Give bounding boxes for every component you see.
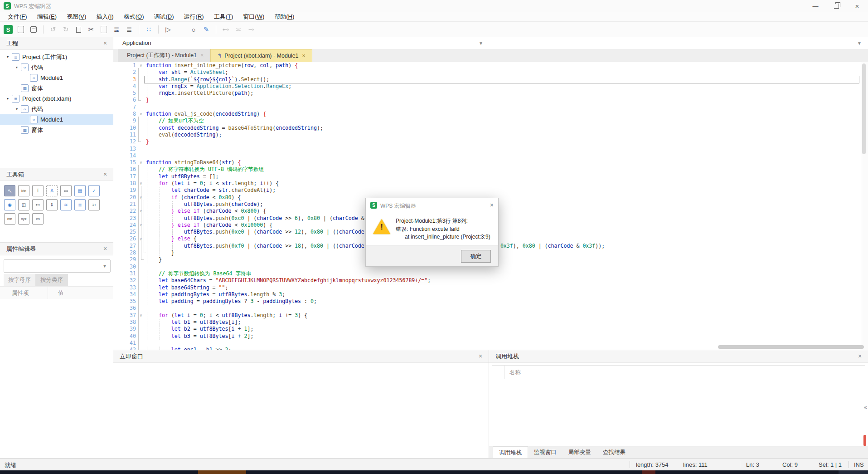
toolbar-separator bbox=[158, 25, 159, 34]
line-number: 34 bbox=[113, 291, 136, 298]
togglebutton-tool[interactable]: ◫ bbox=[18, 199, 29, 210]
tab-categorized[interactable]: 按分类序 bbox=[35, 274, 68, 286]
callstack-tab-0[interactable]: 调用堆栈 bbox=[493, 446, 528, 459]
tree-item-project-1-[interactable]: ▾≣Project (工作簿1) bbox=[0, 52, 113, 62]
collapse-panel-handle[interactable]: « bbox=[864, 404, 867, 410]
step-into-icon: ⊷ bbox=[220, 24, 232, 35]
label-tool[interactable]: A bbox=[46, 185, 58, 196]
line-number: 17 bbox=[113, 173, 136, 180]
button-tool[interactable]: btn bbox=[18, 185, 29, 196]
menu-item-d[interactable]: 调试(D) bbox=[149, 12, 179, 22]
close-icon[interactable]: × bbox=[477, 352, 484, 360]
reset-icon[interactable]: ○ bbox=[188, 24, 199, 35]
callstack-tab-1[interactable]: 监视窗口 bbox=[528, 446, 563, 459]
new-file-icon[interactable] bbox=[15, 24, 27, 35]
code-line: 13 bbox=[113, 146, 868, 152]
copy-icon[interactable] bbox=[73, 24, 84, 35]
select-pointer-tool[interactable]: ↖ bbox=[4, 185, 15, 196]
line-number: 36 bbox=[113, 305, 136, 312]
procedure-dropdown[interactable]: ▼ bbox=[490, 37, 868, 49]
close-icon[interactable]: × bbox=[856, 352, 863, 360]
edit-tool[interactable]: xyz bbox=[18, 213, 29, 225]
close-icon[interactable]: × bbox=[102, 39, 109, 47]
restore-button[interactable] bbox=[826, 0, 846, 12]
uncomment-icon[interactable]: ≣ bbox=[123, 24, 135, 35]
commandgroup-tool[interactable]: btn bbox=[4, 213, 15, 225]
tree-item-project-xbot-xlam-[interactable]: ▾≣Project (xbot.xlam) bbox=[0, 93, 113, 104]
collection-tool[interactable]: ▭ bbox=[32, 213, 44, 225]
frame-tool[interactable]: ▭ bbox=[60, 185, 72, 196]
immediate-window-body[interactable] bbox=[113, 363, 489, 459]
tree-item--[interactable]: ▾‹›代码 bbox=[0, 104, 113, 114]
tree-item--[interactable]: ▦窗体 bbox=[0, 83, 113, 93]
editor-tab-bar: Project (工作簿1) - Module1×↰Project (xbot.… bbox=[113, 49, 868, 62]
menu-item-w[interactable]: 窗口(W) bbox=[238, 12, 269, 22]
textbox-tool[interactable]: T bbox=[32, 185, 44, 196]
close-button[interactable]: × bbox=[847, 0, 867, 12]
tree-item--[interactable]: ▾‹›代码 bbox=[0, 62, 113, 73]
tree-item--[interactable]: ▦窗体 bbox=[0, 125, 113, 135]
close-icon[interactable]: × bbox=[102, 245, 109, 252]
cut-icon[interactable]: ✂ bbox=[85, 24, 97, 35]
close-icon[interactable]: × bbox=[200, 52, 204, 59]
wps-macro-editor-window: S WPS 宏编辑器 — × 文件(F)编辑(E)视图(V)插入(I)格式(O)… bbox=[0, 0, 868, 474]
optiongroup-tool[interactable]: ⊷ bbox=[32, 199, 44, 210]
ok-button[interactable]: 确定 bbox=[461, 250, 491, 263]
menu-item-f[interactable]: 文件(F) bbox=[3, 12, 32, 22]
menu-item-v[interactable]: 视图(V) bbox=[62, 12, 91, 22]
fold-chevron-icon[interactable]: ∨ bbox=[136, 181, 146, 186]
dialog-title-bar: S WPS 宏编辑器 × bbox=[366, 198, 498, 212]
fold-chevron-icon[interactable]: ∨ bbox=[136, 313, 146, 318]
tab-alphabetic[interactable]: 按字母序 bbox=[4, 274, 35, 286]
editor-tab-1[interactable]: ↰Project (xbot.xlam) - Module1× bbox=[210, 49, 312, 62]
run-icon[interactable]: ▷ bbox=[162, 24, 174, 35]
combobox-tool[interactable]: ▤ bbox=[74, 185, 86, 196]
radiobutton-tool[interactable]: ◉ bbox=[4, 199, 15, 210]
menu-item-t[interactable]: 工具(T) bbox=[209, 12, 238, 22]
error-message-text: 错误: Function excute faild bbox=[396, 225, 460, 233]
line-number: 23 bbox=[113, 215, 136, 222]
hscrollbar-tool[interactable]: ≋ bbox=[60, 199, 72, 210]
fold-chevron-icon[interactable]: ∨ bbox=[136, 64, 146, 68]
line-number: 4 bbox=[113, 83, 136, 90]
save-icon[interactable] bbox=[28, 24, 39, 35]
vscrollbar-tool[interactable]: ≣ bbox=[74, 199, 86, 210]
tree-item-module1[interactable]: ‹›Module1 bbox=[0, 73, 113, 83]
property-object-dropdown[interactable]: ▼ bbox=[4, 259, 111, 273]
checkbox-tool[interactable]: ✓ bbox=[88, 185, 100, 196]
menu-item-r[interactable]: 运行(R) bbox=[179, 12, 209, 22]
editor-vscrollbar-thumb[interactable] bbox=[862, 64, 866, 154]
minimize-button[interactable]: — bbox=[805, 0, 825, 12]
expander-icon[interactable]: ▾ bbox=[5, 55, 11, 59]
tree-item-label: Project (xbot.xlam) bbox=[22, 95, 71, 102]
tree-item-module1[interactable]: ‹›Module1 bbox=[0, 114, 113, 125]
design-mode-icon[interactable]: ✎ bbox=[200, 24, 212, 35]
menu-item-e[interactable]: 编辑(E) bbox=[32, 12, 62, 22]
menu-item-o[interactable]: 格式(O) bbox=[119, 12, 149, 22]
menu-item-h[interactable]: 帮助(H) bbox=[269, 12, 299, 22]
close-icon[interactable]: × bbox=[490, 201, 494, 209]
editor-tab-0[interactable]: Project (工作簿1) - Module1× bbox=[118, 49, 210, 62]
spinner-tool[interactable]: 1↕ bbox=[88, 199, 100, 210]
restore-icon bbox=[834, 4, 839, 9]
callstack-tab-2[interactable]: 局部变量 bbox=[563, 446, 597, 459]
close-icon[interactable]: × bbox=[302, 53, 305, 59]
format-code-icon[interactable]: ∷ bbox=[143, 24, 155, 35]
editor-hscrollbar-thumb[interactable] bbox=[718, 345, 864, 349]
fold-chevron-icon[interactable]: ∨ bbox=[136, 112, 146, 116]
expander-icon[interactable]: ▾ bbox=[5, 97, 11, 101]
property-grid-body[interactable] bbox=[0, 299, 113, 474]
spinbutton-tool[interactable]: ⇕ bbox=[46, 199, 58, 210]
close-icon[interactable]: × bbox=[102, 171, 109, 178]
object-dropdown[interactable]: Application ▼ bbox=[113, 37, 490, 49]
expander-icon[interactable]: ▾ bbox=[14, 65, 20, 69]
expander-icon[interactable]: ▾ bbox=[14, 107, 20, 111]
comment-icon[interactable]: ≣ bbox=[111, 24, 122, 35]
fold-chevron-icon[interactable]: ∨ bbox=[136, 161, 146, 165]
pause-icon[interactable] bbox=[175, 24, 187, 35]
project-icon: ≣ bbox=[12, 95, 19, 103]
callstack-tab-3[interactable]: 查找结果 bbox=[597, 446, 631, 459]
line-number: 39 bbox=[113, 326, 136, 332]
line-number: 5 bbox=[113, 90, 136, 97]
menu-item-i[interactable]: 插入(I) bbox=[91, 12, 118, 22]
